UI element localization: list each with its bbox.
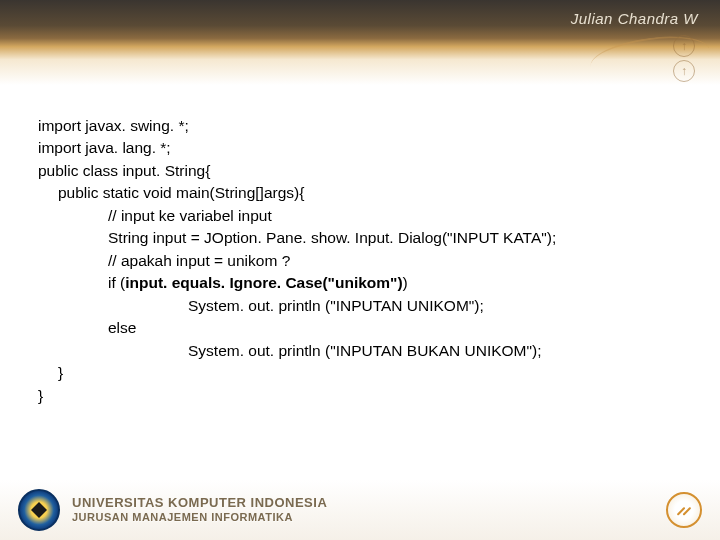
university-name: UNIVERSITAS KOMPUTER INDONESIA — [72, 496, 666, 511]
code-line: if (input. equals. Ignore. Case("unikom"… — [38, 272, 690, 294]
code-line: import javax. swing. *; — [38, 115, 690, 137]
university-text: UNIVERSITAS KOMPUTER INDONESIA JURUSAN M… — [72, 496, 666, 524]
code-block: import javax. swing. *; import java. lan… — [0, 85, 720, 417]
code-line: // apakah input = unikom ? — [38, 250, 690, 272]
code-line: else — [38, 317, 690, 339]
department-name: JURUSAN MANAJEMEN INFORMATIKA — [72, 511, 666, 524]
bold-text: input. equals. Ignore. Case("unikom") — [125, 274, 402, 291]
slide-header: Julian Chandra W ↑ ↑ — [0, 0, 720, 85]
code-line: } — [38, 385, 690, 407]
up-arrow-icon: ↑ — [673, 60, 695, 82]
code-line: import java. lang. *; — [38, 137, 690, 159]
up-arrow-icon: ↑ — [673, 35, 695, 57]
slide-footer: UNIVERSITAS KOMPUTER INDONESIA JURUSAN M… — [0, 480, 720, 540]
text: if ( — [108, 274, 125, 291]
code-line: } — [38, 362, 690, 384]
code-line: public class input. String{ — [38, 160, 690, 182]
next-arrow-icon[interactable] — [666, 492, 702, 528]
code-line: System. out. println ("INPUTAN UNIKOM"); — [38, 295, 690, 317]
text: ) — [403, 274, 408, 291]
university-logo-icon — [18, 489, 60, 531]
code-line: public static void main(String[]args){ — [38, 182, 690, 204]
code-line: String input = JOption. Pane. show. Inpu… — [38, 227, 690, 249]
code-line: // input ke variabel input — [38, 205, 690, 227]
code-line: System. out. println ("INPUTAN BUKAN UNI… — [38, 340, 690, 362]
author-name: Julian Chandra W — [571, 10, 698, 27]
decorative-swoosh — [588, 30, 712, 86]
